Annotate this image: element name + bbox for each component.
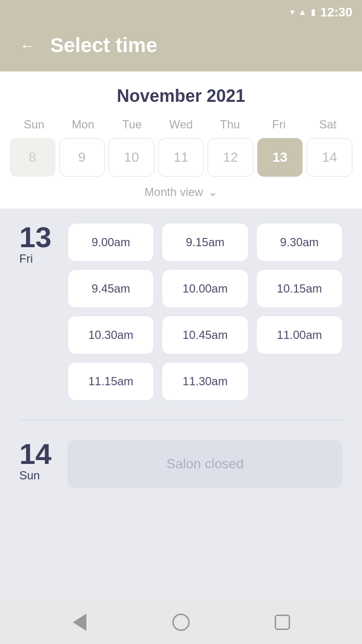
day-14-label: Sun [19, 469, 40, 482]
day-13-row: 13 Fri 9.00am 9.15am 9.30am 9.45am 10.00… [19, 223, 343, 401]
slot-1115am[interactable]: 11.15am [68, 362, 154, 401]
slot-930am[interactable]: 9.30am [256, 223, 343, 262]
calendar-month-year: November 2021 [10, 86, 352, 106]
day-wed: Wed [156, 118, 205, 131]
slot-1100am[interactable]: 11.00am [256, 316, 343, 354]
nav-home-button[interactable] [169, 610, 193, 634]
month-view-label: Month view [144, 185, 203, 199]
cal-date-9[interactable]: 9 [59, 138, 105, 177]
cal-date-11[interactable]: 11 [158, 138, 204, 177]
day-sat: Sat [304, 118, 352, 131]
day-sun: Sun [10, 118, 58, 131]
cal-date-13[interactable]: 13 [257, 138, 303, 177]
header: ← Select time [0, 24, 362, 71]
slot-1030am[interactable]: 10.30am [68, 316, 154, 354]
status-time: 12:30 [320, 5, 353, 20]
slot-1000am[interactable]: 10.00am [162, 269, 248, 308]
battery-icon: ▮ [311, 7, 316, 17]
month-view-toggle[interactable]: Month view ⌄ [10, 185, 352, 199]
salon-closed-label: Salon closed [68, 440, 343, 488]
day-14-row: 14 Sun Salon closed [19, 440, 343, 492]
signal-icon: ▲ [298, 7, 307, 17]
day-13-time-grid: 9.00am 9.15am 9.30am 9.45am 10.00am 10.1… [68, 223, 343, 401]
cal-date-10[interactable]: 10 [109, 138, 154, 177]
cal-date-8[interactable]: 8 [10, 138, 56, 177]
day-mon: Mon [58, 118, 107, 131]
slot-1130am[interactable]: 11.30am [162, 362, 248, 401]
day-14-number: 14 [19, 440, 52, 469]
back-triangle-icon [73, 614, 86, 631]
day-tue: Tue [108, 118, 156, 131]
nav-recent-button[interactable] [270, 610, 294, 634]
cal-date-12[interactable]: 12 [208, 138, 253, 177]
slot-945am[interactable]: 9.45am [68, 269, 154, 308]
page-title: Select time [50, 34, 157, 57]
home-circle-icon [172, 614, 190, 631]
status-bar: ▾ ▲ ▮ 12:30 [0, 0, 362, 24]
wifi-icon: ▾ [290, 7, 294, 17]
nav-back-button[interactable] [68, 610, 92, 634]
timeslots-section: 13 Fri 9.00am 9.15am 9.30am 9.45am 10.00… [0, 209, 362, 601]
day-14-header: 14 Sun [19, 440, 53, 482]
slot-1015am[interactable]: 10.15am [256, 269, 343, 308]
calendar-days-header: Sun Mon Tue Wed Thu Fri Sat [10, 118, 352, 131]
cal-date-14[interactable]: 14 [306, 138, 352, 177]
day-13-header: 13 Fri [19, 223, 53, 266]
day-thu: Thu [206, 118, 254, 131]
back-button[interactable]: ← [19, 36, 36, 55]
day-13-label: Fri [19, 252, 33, 266]
calendar-dates: 8 9 10 11 12 13 14 [10, 138, 352, 177]
status-icons: ▾ ▲ ▮ [290, 7, 316, 17]
slot-900am[interactable]: 9.00am [68, 223, 154, 262]
recent-square-icon [275, 615, 290, 630]
day-13-section: 13 Fri 9.00am 9.15am 9.30am 9.45am 10.00… [19, 223, 343, 401]
slot-915am[interactable]: 9.15am [162, 223, 248, 262]
calendar-section: November 2021 Sun Mon Tue Wed Thu Fri Sa… [0, 71, 362, 209]
day-fri: Fri [254, 118, 303, 131]
chevron-down-icon: ⌄ [208, 185, 218, 199]
slot-1045am[interactable]: 10.45am [162, 316, 248, 354]
bottom-nav [0, 601, 362, 644]
day-14-section: 14 Sun Salon closed [19, 420, 343, 492]
day-13-number: 13 [19, 223, 52, 252]
